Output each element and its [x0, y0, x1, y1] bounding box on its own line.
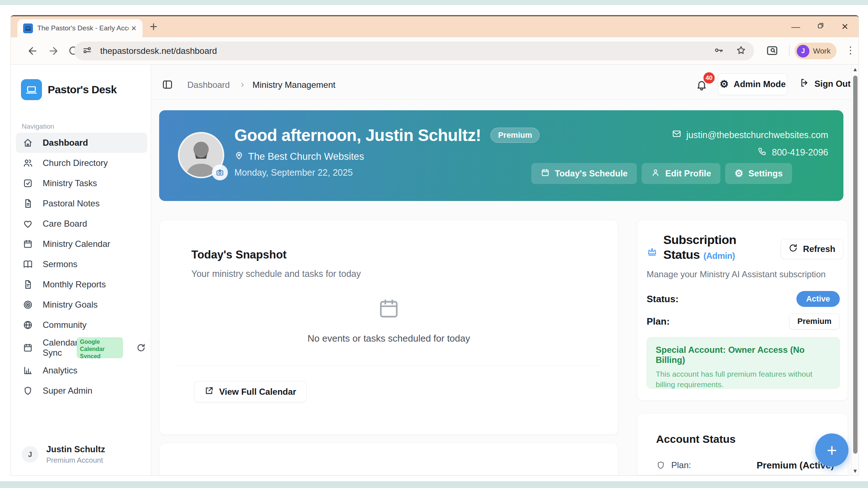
sidebar-item-sermons[interactable]: Sermons	[16, 254, 147, 274]
password-key-icon[interactable]	[714, 45, 724, 57]
window-close-button[interactable]: ✕	[841, 21, 848, 33]
subscription-subtitle: Manage your Ministry AI Assistant subscr…	[647, 269, 826, 279]
sidebar: Pastor's Desk Navigation Dashboard Churc…	[11, 65, 151, 475]
browser-toolbar: thepastorsdesk.net/dashboard J Work ⋮	[11, 37, 859, 65]
check-square-icon	[22, 178, 33, 188]
refresh-icon	[788, 243, 798, 255]
edit-profile-button[interactable]: Edit Profile	[642, 163, 720, 184]
tab-title: The Pastor's Desk - Early Acces	[37, 24, 129, 32]
snapshot-title: Today's Snapshot	[191, 248, 286, 261]
plan-label: Plan:	[647, 316, 670, 327]
status-row: Status: Active	[647, 291, 840, 307]
scrollbar-thumb[interactable]	[853, 76, 858, 454]
subscription-title: Subscription Status(Admin)	[663, 232, 736, 263]
app-name: Pastor's Desk	[48, 84, 117, 96]
calendar-icon	[541, 168, 550, 179]
nav-section-label: Navigation	[22, 123, 54, 130]
greeting-text: Good afternoon, Justin Schultz!	[234, 125, 481, 145]
admin-mode-button[interactable]: ⚙ Admin Mode	[718, 73, 787, 95]
sidebar-item-ministry-calendar[interactable]: Ministry Calendar	[16, 234, 147, 254]
browser-menu-icon[interactable]: ⋮	[846, 44, 855, 56]
admin-tag: (Admin)	[703, 251, 735, 261]
snapshot-empty-message: No events or tasks scheduled for today	[159, 333, 618, 344]
user-phone: 800-419-2096	[772, 147, 828, 158]
users-icon	[22, 158, 33, 168]
page-header: Dashboard › Ministry Management 40 ⚙ Adm…	[151, 65, 851, 100]
crown-icon	[647, 246, 658, 258]
page-scrollbar[interactable]: ▲ ▼	[851, 65, 859, 475]
main-content: Dashboard › Ministry Management 40 ⚙ Adm…	[151, 65, 859, 475]
analytics-icon	[22, 365, 33, 376]
forward-button[interactable]	[48, 45, 59, 58]
partial-card	[159, 443, 618, 475]
sidebar-item-ministry-tasks[interactable]: Ministry Tasks	[16, 173, 147, 193]
special-account-title: Special Account: Owner Access (No Billin…	[656, 345, 831, 365]
new-tab-button[interactable]: +	[150, 19, 157, 34]
breadcrumb-dashboard[interactable]: Dashboard	[187, 80, 230, 90]
nav-list: Dashboard Church Directory Ministry Task…	[16, 133, 147, 401]
browser-tab[interactable]: The Pastor's Desk - Early Acces ✕	[17, 19, 142, 37]
app-root: Pastor's Desk Navigation Dashboard Churc…	[11, 65, 859, 475]
book-icon	[22, 259, 33, 269]
camera-icon[interactable]	[212, 164, 228, 180]
special-account-note: Special Account: Owner Access (No Billin…	[647, 337, 840, 389]
user-avatar: J	[22, 446, 38, 463]
window-restore-button[interactable]	[817, 21, 825, 33]
sign-out-button[interactable]: Sign Out	[799, 73, 851, 94]
greeting-banner: Good afternoon, Justin Schultz! Premium …	[159, 110, 843, 201]
side-panel-search-icon[interactable]	[766, 44, 778, 58]
sidebar-item-care-board[interactable]: Care Board	[16, 214, 147, 234]
plus-icon: +	[827, 440, 837, 460]
gear-icon: ⚙	[735, 169, 743, 179]
browser-profile-chip[interactable]: J Work	[795, 43, 837, 59]
plan-row: Plan: Premium	[647, 313, 840, 329]
scroll-down-icon[interactable]: ▼	[852, 468, 859, 474]
account-plan-row: Plan: Premium (Active)	[656, 456, 837, 475]
refresh-button[interactable]: Refresh	[780, 239, 843, 259]
globe-icon	[22, 320, 33, 330]
settings-button[interactable]: ⚙ Settings	[725, 163, 792, 184]
sidebar-item-monthly-reports[interactable]: Monthly Reports	[16, 274, 147, 295]
empty-calendar-icon	[159, 297, 618, 321]
shield-icon	[656, 461, 665, 470]
sidebar-item-super-admin[interactable]: Super Admin	[16, 381, 147, 401]
site-settings-icon[interactable]	[82, 45, 92, 57]
window-minimize-button[interactable]: —	[791, 21, 800, 33]
view-full-calendar-button[interactable]: View Full Calendar	[194, 381, 307, 402]
user-plan: Premium Account	[46, 456, 105, 465]
external-link-icon	[204, 386, 214, 398]
person-icon	[651, 168, 660, 179]
back-button[interactable]	[27, 45, 38, 58]
notification-count-badge: 40	[702, 71, 716, 85]
bookmark-star-icon[interactable]	[736, 45, 746, 57]
sidebar-item-ministry-goals[interactable]: Ministry Goals	[16, 295, 147, 315]
church-name: The Best Church Websites	[248, 151, 364, 162]
calendar-icon	[22, 239, 33, 249]
sidebar-item-analytics[interactable]: Analytics	[16, 360, 147, 381]
toolbar-divider	[789, 45, 790, 57]
todays-schedule-button[interactable]: Today's Schedule	[531, 163, 637, 184]
sidebar-item-church-directory[interactable]: Church Directory	[16, 153, 147, 173]
home-icon	[22, 138, 33, 148]
calendar-icon	[22, 343, 33, 353]
todays-snapshot-card: Today's Snapshot Your ministry schedule …	[159, 220, 618, 435]
url-text[interactable]: thepastorsdesk.net/dashboard	[100, 46, 714, 56]
tab-close-icon[interactable]: ✕	[131, 24, 137, 33]
sync-refresh-icon[interactable]	[136, 343, 146, 355]
heart-icon	[22, 219, 33, 229]
profile-avatar: J	[797, 45, 809, 57]
sidebar-item-pastoral-notes[interactable]: Pastoral Notes	[16, 193, 147, 214]
tab-favicon-laptop-icon	[23, 23, 33, 33]
sidebar-item-dashboard[interactable]: Dashboard	[16, 133, 147, 153]
scroll-up-icon[interactable]: ▲	[852, 66, 859, 72]
sidebar-user[interactable]: J Justin Schultz Premium Account	[22, 444, 105, 465]
add-fab-button[interactable]: +	[815, 433, 848, 467]
sidebar-toggle-icon[interactable]	[162, 79, 173, 91]
address-bar[interactable]: thepastorsdesk.net/dashboard	[74, 42, 754, 60]
location-pin-icon	[234, 151, 244, 163]
google-calendar-synced-badge: Google Calendar Synced	[77, 337, 123, 358]
sidebar-item-community[interactable]: Community	[16, 315, 147, 335]
target-icon	[22, 300, 33, 310]
shield-icon	[22, 386, 33, 396]
sidebar-item-calendar-sync[interactable]: Calendar Sync Google Calendar Synced	[16, 335, 147, 360]
